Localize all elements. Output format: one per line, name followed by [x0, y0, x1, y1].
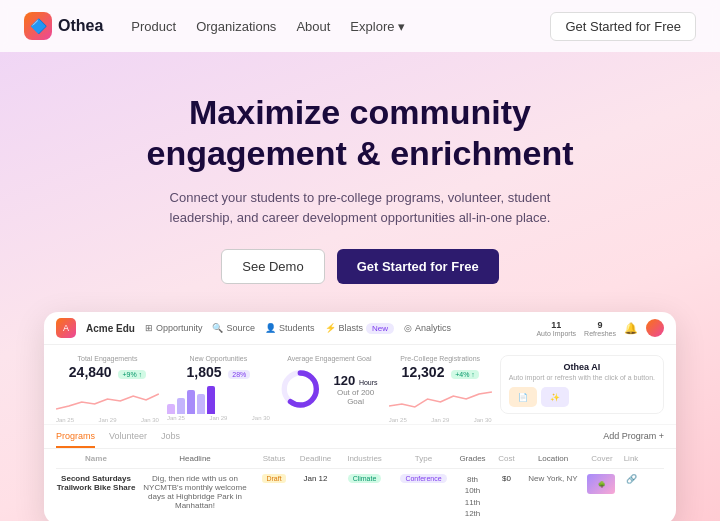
nav-cta-button[interactable]: Get Started for Free [550, 12, 696, 41]
user-avatar[interactable] [646, 319, 664, 337]
blasts-new-badge: New [366, 323, 394, 334]
tab-programs[interactable]: Programs [56, 431, 95, 448]
row-headline: Dig, then ride with us on NYCMTB's month… [140, 474, 250, 510]
hero-title-line1: Maximize community [189, 93, 531, 131]
ai-buttons: 📄 ✨ [509, 387, 655, 407]
opportunity-icon: ⊞ [145, 323, 153, 333]
dashboard-tabs: Programs Volunteer Jobs Add Program + [44, 425, 676, 449]
table-row: Second Saturdays Trailwork Bike Share Di… [56, 469, 664, 521]
th-status: Status [254, 454, 294, 463]
logo-icon: 🔷 [24, 12, 52, 40]
stat-no-label: New Opportunities [167, 355, 270, 362]
nav-about[interactable]: About [296, 19, 330, 34]
dash-nav-students[interactable]: 👤 Students [265, 323, 315, 334]
stat-no-chart: Jan 25 Jan 29 Jan 30 [167, 384, 270, 414]
donut-chart [278, 364, 323, 414]
see-demo-button[interactable]: See Demo [221, 249, 324, 284]
dash-nav-source[interactable]: 🔍 Source [212, 323, 255, 334]
logo-text: Othea [58, 17, 103, 35]
tab-jobs[interactable]: Jobs [161, 431, 180, 448]
dash-topbar-right: 11 Auto Imports 9 Refreshes 🔔 [536, 319, 664, 337]
nav-organizations[interactable]: Organizations [196, 19, 276, 34]
nav-links: Product Organizations About Explore ▾ [131, 19, 550, 34]
row-cover: 🌳 [587, 474, 617, 494]
stat-precollege: Pre-College Registrations 12,302 +4% ↑ J… [389, 355, 492, 414]
stat-total-engagements: Total Engagements 24,840 +9% ↑ Jan 25 Ja… [56, 355, 159, 414]
row-location: New York, NY [523, 474, 583, 483]
climate-badge: Climate [348, 474, 382, 483]
bell-icon[interactable]: 🔔 [624, 322, 638, 335]
tab-volunteer[interactable]: Volunteer [109, 431, 147, 448]
dash-nav-opportunity[interactable]: ⊞ Opportunity [145, 323, 203, 334]
stat-pc-change: +4% ↑ [451, 370, 479, 379]
othea-ai-panel: Othea AI Auto import or refresh with the… [500, 355, 664, 414]
th-name: Name [56, 454, 136, 463]
dashboard-card: A Acme Edu ⊞ Opportunity 🔍 Source 👤 Stud… [44, 312, 676, 521]
dash-nav-blasts[interactable]: ⚡ Blasts New [325, 323, 395, 334]
th-type: Type [396, 454, 451, 463]
dash-company-name: Acme Edu [86, 323, 135, 334]
cover-image: 🌳 [587, 474, 615, 494]
bar-chart [167, 384, 270, 414]
th-deadline: Deadline [298, 454, 333, 463]
bar-1 [167, 404, 175, 414]
stat-no-value: 1,805 [186, 364, 221, 380]
dashboard-table: Name Headline Status Deadline Industries… [44, 449, 676, 521]
donut-unit: Hours [359, 379, 378, 386]
nav-explore[interactable]: Explore ▾ [350, 19, 405, 34]
row-cost: $0 [494, 474, 519, 483]
hero-subtitle: Connect your students to pre-college pro… [150, 188, 570, 230]
stat-pc-chart: Jan 25 Jan 29 Jan 30 [389, 384, 492, 414]
source-icon: 🔍 [212, 323, 223, 333]
ai-title: Othea AI [509, 362, 655, 372]
hero-title-line2: engagement & enrichment [147, 134, 574, 172]
row-type: Conference [396, 474, 451, 483]
table-header: Name Headline Status Deadline Industries… [56, 449, 664, 469]
row-deadline: Jan 12 [298, 474, 333, 483]
th-location: Location [523, 454, 583, 463]
donut-goal: Out of 200 Goal [330, 388, 380, 406]
stat-te-chart-dates: Jan 25 Jan 29 Jan 30 [56, 417, 159, 423]
th-grades: Grades [455, 454, 490, 463]
dashboard-topbar: A Acme Edu ⊞ Opportunity 🔍 Source 👤 Stud… [44, 312, 676, 345]
th-cover: Cover [587, 454, 617, 463]
dash-logo-icon: A [56, 318, 76, 338]
logo[interactable]: 🔷 Othea [24, 12, 103, 40]
stat-pc-chart-dates: Jan 25 Jan 29 Jan 30 [389, 417, 492, 423]
refreshes-info: 9 Refreshes [584, 320, 616, 337]
hero-title: Maximize community engagement & enrichme… [24, 92, 696, 174]
bar-3 [187, 390, 195, 414]
ai-btn-2[interactable]: ✨ [541, 387, 569, 407]
hero-buttons: See Demo Get Started for Free [24, 249, 696, 284]
draft-badge: Draft [262, 474, 285, 483]
donut-wrapper: 120 Hours Out of 200 Goal [278, 364, 381, 414]
dash-nav-items: ⊞ Opportunity 🔍 Source 👤 Students ⚡ Blas… [145, 323, 527, 334]
nav-product[interactable]: Product [131, 19, 176, 34]
refreshes-count: 9 [598, 320, 603, 330]
stat-te-chart: Jan 25 Jan 29 Jan 30 [56, 384, 159, 414]
row-link[interactable]: 🔗 [621, 474, 641, 484]
navbar: 🔷 Othea Product Organizations About Expl… [0, 0, 720, 52]
donut-info: 120 Hours Out of 200 Goal [330, 373, 380, 406]
ai-btn-1[interactable]: 📄 [509, 387, 537, 407]
bar-5 [207, 386, 215, 414]
bar-4 [197, 394, 205, 414]
get-started-button[interactable]: Get Started for Free [337, 249, 499, 284]
dashboard-stats: Total Engagements 24,840 +9% ↑ Jan 25 Ja… [44, 345, 676, 425]
stat-pc-value: 12,302 [402, 364, 445, 380]
bar-2 [177, 398, 185, 414]
stat-te-change: +9% ↑ [118, 370, 146, 379]
stat-pc-label: Pre-College Registrations [389, 355, 492, 362]
row-name: Second Saturdays Trailwork Bike Share [56, 474, 136, 492]
blasts-icon: ⚡ [325, 323, 336, 333]
auto-import-label: Auto Imports [536, 330, 576, 337]
stat-eg-label: Average Engagement Goal [278, 355, 381, 362]
th-cost: Cost [494, 454, 519, 463]
th-industries: Industries [337, 454, 392, 463]
dash-nav-analytics[interactable]: ◎ Analytics [404, 323, 451, 334]
stat-te-label: Total Engagements [56, 355, 159, 362]
students-icon: 👤 [265, 323, 276, 333]
auto-import-count: 11 [551, 320, 561, 330]
stat-engagement-goal: Average Engagement Goal 120 Hours Out of… [278, 355, 381, 414]
add-program-button[interactable]: Add Program + [603, 431, 664, 448]
